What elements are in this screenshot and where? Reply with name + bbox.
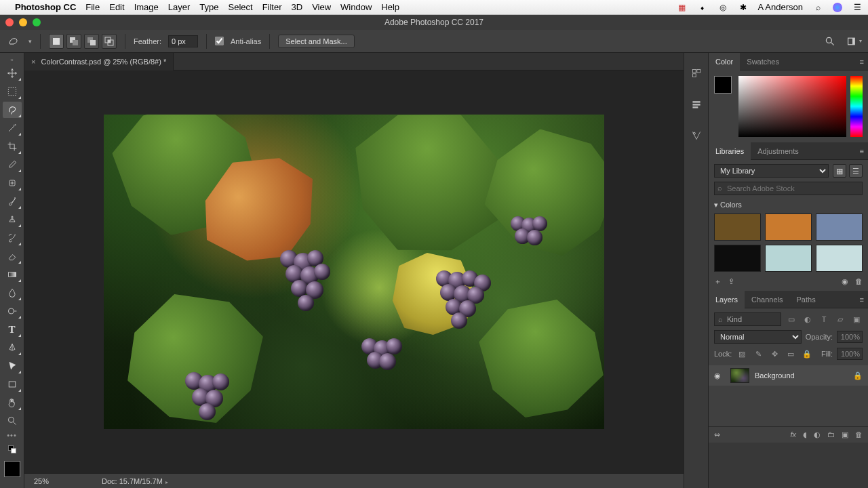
edit-toolbar-button[interactable]: ••• bbox=[7, 431, 17, 439]
magic-wand-tool[interactable] bbox=[3, 120, 22, 136]
lock-all-icon[interactable]: 🔒 bbox=[801, 348, 813, 360]
search-icon[interactable] bbox=[822, 35, 838, 48]
default-colors-icon[interactable] bbox=[3, 441, 22, 458]
antialias-checkbox[interactable] bbox=[215, 37, 224, 45]
lock-transparency-icon[interactable]: ▨ bbox=[736, 348, 748, 360]
move-tool[interactable] bbox=[3, 65, 22, 81]
lock-pixels-icon[interactable]: ✎ bbox=[752, 348, 764, 360]
sync-icon[interactable]: ✱ bbox=[738, 2, 749, 13]
library-add-icon[interactable]: ＋ bbox=[714, 277, 722, 287]
new-fill-layer-icon[interactable]: ◐ bbox=[814, 430, 821, 439]
selection-add-button[interactable] bbox=[66, 34, 81, 49]
library-swatch[interactable] bbox=[765, 214, 812, 241]
type-tool[interactable]: T bbox=[3, 321, 22, 338]
hand-tool[interactable] bbox=[3, 394, 22, 411]
library-preview-icon[interactable]: ◉ bbox=[842, 277, 848, 286]
crop-tool[interactable] bbox=[3, 138, 22, 155]
gradient-tool[interactable] bbox=[3, 266, 22, 283]
library-swatch[interactable] bbox=[816, 214, 863, 241]
clone-stamp-tool[interactable] bbox=[3, 211, 22, 228]
menu-select[interactable]: Select bbox=[228, 2, 252, 12]
layer-thumbnail[interactable] bbox=[730, 368, 749, 383]
dodge-tool[interactable] bbox=[3, 303, 22, 319]
spotlight-icon[interactable]: ⌕ bbox=[812, 2, 823, 13]
character-panel-icon[interactable] bbox=[688, 127, 705, 144]
current-tool-icon[interactable] bbox=[5, 33, 22, 49]
lasso-tool[interactable] bbox=[3, 102, 22, 118]
lock-position-icon[interactable]: ✥ bbox=[768, 348, 781, 360]
paths-tab[interactable]: Paths bbox=[790, 291, 823, 308]
selection-subtract-button[interactable] bbox=[84, 34, 99, 49]
select-and-mask-button[interactable]: Select and Mask... bbox=[278, 35, 355, 48]
path-selection-tool[interactable] bbox=[3, 358, 22, 374]
swatches-tab[interactable]: Swatches bbox=[740, 53, 786, 70]
layer-lock-icon[interactable]: 🔒 bbox=[853, 371, 863, 380]
brush-tool[interactable] bbox=[3, 193, 22, 209]
filter-shape-icon[interactable]: ▱ bbox=[834, 313, 846, 325]
new-layer-icon[interactable]: ▣ bbox=[842, 430, 848, 439]
delete-layer-icon[interactable]: 🗑 bbox=[855, 430, 863, 439]
libraries-tab[interactable]: Libraries bbox=[709, 142, 751, 160]
history-brush-tool[interactable] bbox=[3, 230, 22, 246]
menu-view[interactable]: View bbox=[312, 2, 331, 12]
menu-image[interactable]: Image bbox=[134, 2, 159, 12]
filter-smart-icon[interactable]: ▣ bbox=[850, 313, 863, 325]
workspace-switcher-icon[interactable]: ▾ bbox=[846, 35, 863, 48]
healing-brush-tool[interactable] bbox=[3, 175, 22, 191]
lock-artboard-icon[interactable]: ▭ bbox=[785, 348, 797, 360]
libraries-panel-menu-icon[interactable]: ≡ bbox=[856, 147, 868, 155]
selection-new-button[interactable] bbox=[49, 34, 64, 49]
siri-icon[interactable] bbox=[833, 3, 842, 12]
selection-intersect-button[interactable] bbox=[102, 34, 117, 49]
menu-3d[interactable]: 3D bbox=[292, 2, 303, 12]
layer-filter-kind[interactable]: Kind bbox=[714, 312, 781, 326]
link-layers-icon[interactable]: ⇔ bbox=[714, 430, 720, 439]
doc-size[interactable]: Doc: 15.7M/15.7M▸ bbox=[102, 477, 168, 485]
eraser-tool[interactable] bbox=[3, 248, 22, 264]
library-grid-view-icon[interactable]: ▦ bbox=[833, 164, 846, 178]
marquee-tool[interactable] bbox=[3, 83, 22, 100]
channels-tab[interactable]: Channels bbox=[745, 291, 789, 308]
close-tab-icon[interactable]: × bbox=[31, 58, 35, 66]
properties-panel-icon[interactable] bbox=[688, 96, 705, 113]
menu-window[interactable]: Window bbox=[340, 2, 372, 12]
color-field[interactable] bbox=[738, 76, 846, 137]
library-swatch[interactable] bbox=[765, 245, 812, 272]
menu-help[interactable]: Help bbox=[381, 2, 399, 12]
notification-center-icon[interactable]: ☰ bbox=[852, 2, 863, 13]
adjustments-tab[interactable]: Adjustments bbox=[751, 142, 806, 160]
blur-tool[interactable] bbox=[3, 285, 22, 301]
color-fg-bg-swatch[interactable] bbox=[714, 76, 732, 94]
menu-edit[interactable]: Edit bbox=[109, 2, 124, 12]
layer-fx-icon[interactable]: fx bbox=[790, 430, 796, 439]
canvas-area[interactable] bbox=[24, 70, 684, 473]
layer-mask-icon[interactable]: ◖ bbox=[803, 430, 807, 439]
history-panel-icon[interactable] bbox=[688, 65, 705, 81]
menu-file[interactable]: File bbox=[85, 2, 100, 12]
dropbox-icon[interactable]: ⬧ bbox=[697, 2, 708, 13]
library-select[interactable]: My Library bbox=[714, 164, 829, 178]
creative-cloud-icon[interactable]: ◎ bbox=[717, 2, 728, 13]
fill-input[interactable] bbox=[837, 348, 863, 360]
opacity-input[interactable] bbox=[837, 331, 863, 343]
menu-filter[interactable]: Filter bbox=[262, 2, 282, 12]
library-delete-icon[interactable]: 🗑 bbox=[855, 277, 863, 286]
filter-type-icon[interactable]: T bbox=[818, 313, 830, 325]
blend-mode-select[interactable]: Normal bbox=[714, 330, 802, 344]
hue-slider[interactable] bbox=[850, 76, 863, 137]
library-list-view-icon[interactable]: ☰ bbox=[849, 164, 863, 178]
menu-type[interactable]: Type bbox=[199, 2, 218, 12]
library-swatch[interactable] bbox=[816, 245, 863, 272]
zoom-tool[interactable] bbox=[3, 413, 22, 429]
layer-name[interactable]: Background bbox=[755, 371, 795, 380]
document-tab[interactable]: × ColorContrast.psd @ 25% (RGB/8#) * bbox=[24, 53, 174, 70]
new-group-icon[interactable]: 🗀 bbox=[827, 430, 835, 439]
feather-input[interactable] bbox=[168, 35, 198, 47]
user-name[interactable]: A Anderson bbox=[758, 2, 804, 12]
library-search-input[interactable] bbox=[714, 182, 863, 195]
pen-tool[interactable] bbox=[3, 340, 22, 356]
tool-preset-chevron-icon[interactable]: ▾ bbox=[28, 38, 32, 45]
foreground-background-swatch[interactable] bbox=[4, 461, 20, 477]
layers-tab[interactable]: Layers bbox=[709, 291, 745, 308]
menu-layer[interactable]: Layer bbox=[168, 2, 191, 12]
